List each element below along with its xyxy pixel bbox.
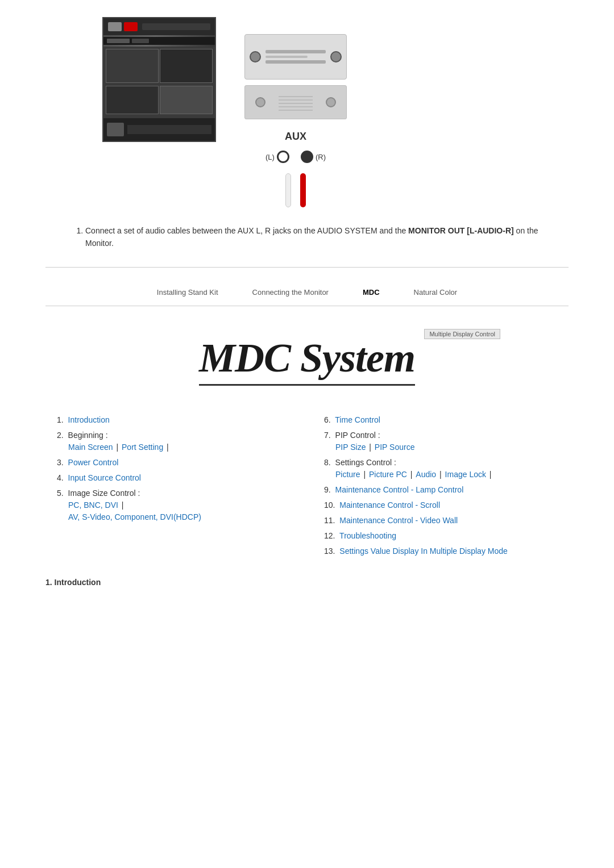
monitor-image	[102, 17, 216, 142]
toc-sub-image-size: PC, BNC, DVI |	[57, 499, 290, 511]
audio-device-secondary	[244, 85, 347, 119]
toc-sub-settings: Picture | Picture PC | Audio | Image Loc…	[324, 469, 557, 481]
toc-item-5: 5. Image Size Control : PC, BNC, DVI | A…	[57, 487, 290, 523]
toc-link-video-wall[interactable]: Maintenance Control - Video Wall	[339, 516, 458, 525]
toc-sep-s3: |	[439, 470, 444, 479]
toc-item-2: 2. Beginning : Main Screen | Port Settin…	[57, 429, 290, 453]
toc-sub-av: AV, S-Video, Component, DVI(HDCP)	[57, 511, 290, 523]
toc-num-6: 6.	[324, 415, 331, 424]
section-divider	[45, 267, 569, 268]
toc-sep-s4: |	[489, 470, 492, 479]
toc-label-pip: PIP Control :	[335, 431, 380, 440]
toc-link-port-setting[interactable]: Port Setting	[122, 443, 163, 452]
tab-mdc[interactable]: MDC	[363, 288, 380, 297]
toc-item-9: 9. Maintenance Control - Lamp Control	[324, 484, 557, 496]
toc-link-pc-bnc-dvi[interactable]: PC, BNC, DVI	[68, 500, 118, 510]
toc-sep-2: |	[167, 443, 169, 452]
jack-right: (R)	[301, 151, 326, 163]
toc-num-12: 12.	[324, 531, 335, 540]
instruction-bold: MONITOR OUT [L-AUDIO-R]	[408, 226, 514, 235]
toc-link-main-screen[interactable]: Main Screen	[68, 443, 113, 452]
audio-cables	[285, 173, 306, 207]
toc-item-3: 3. Power Control	[57, 457, 290, 469]
mdc-logo-area: Multiple Display Control MDC System	[45, 323, 569, 397]
toc-num-2: 2.	[57, 431, 64, 440]
audio-device	[244, 34, 347, 80]
toc-sub-pip: PIP Size | PIP Source	[324, 441, 557, 453]
toc-item-8: 8. Settings Control : Picture | Picture …	[324, 457, 557, 481]
toc-link-audio[interactable]: Audio	[416, 470, 436, 479]
toc-sep-s2: |	[410, 470, 415, 479]
aux-label: AUX	[285, 131, 306, 143]
section1-heading: 1. Introduction	[45, 578, 569, 587]
toc-link-pip-size[interactable]: PIP Size	[335, 443, 366, 452]
audio-knob-right	[330, 51, 342, 62]
toc-num-11: 11.	[324, 516, 335, 525]
toc-left: 1. Introduction 2. Beginning : Main Scre…	[57, 414, 290, 561]
toc-sep-3: |	[122, 500, 124, 510]
toc-num-9: 9.	[324, 485, 331, 494]
toc-link-picture-pc[interactable]: Picture PC	[369, 470, 407, 479]
toc-list-right: 6. Time Control 7. PIP Control : PIP Siz…	[324, 414, 557, 557]
toc-link-lamp-control[interactable]: Maintenance Control - Lamp Control	[335, 485, 464, 494]
cable-red	[300, 173, 306, 207]
toc-label-image-size: Image Size Control :	[68, 489, 140, 498]
toc-item-12: 12. Troubleshooting	[324, 530, 557, 542]
toc-link-picture[interactable]: Picture	[335, 470, 360, 479]
toc-link-pip-source[interactable]: PIP Source	[375, 443, 415, 452]
toc-section: 1. Introduction 2. Beginning : Main Scre…	[45, 414, 569, 561]
toc-sep-s1: |	[363, 470, 368, 479]
toc-item-4: 4. Input Source Control	[57, 472, 290, 484]
toc-link-scroll[interactable]: Maintenance Control - Scroll	[339, 500, 440, 510]
monitor-button	[108, 22, 122, 31]
jack-left: (L)	[265, 151, 289, 163]
toc-link-settings-value[interactable]: Settings Value Display In Multiple Displ…	[339, 546, 507, 556]
instruction-section: Connect a set of audio cables between th…	[45, 224, 569, 250]
toc-num-7: 7.	[324, 431, 331, 440]
toc-num-3: 3.	[57, 458, 64, 467]
toc-sep: |	[116, 443, 121, 452]
jack-l-label: (L)	[265, 153, 275, 161]
toc-link-image-lock[interactable]: Image Lock	[445, 470, 486, 479]
audio-system-image: AUX (L) (R)	[239, 34, 352, 207]
toc-label-beginning: Beginning :	[68, 431, 108, 440]
toc-item-1: 1. Introduction	[57, 414, 290, 426]
tab-natural-color[interactable]: Natural Color	[414, 288, 458, 297]
toc-num-10: 10.	[324, 500, 335, 510]
toc-num-5: 5.	[57, 489, 64, 498]
toc-num-13: 13.	[324, 546, 335, 556]
toc-num-8: 8.	[324, 458, 331, 467]
toc-link-power-control[interactable]: Power Control	[68, 458, 119, 467]
mdc-system-title: MDC System	[199, 335, 415, 386]
aux-jacks: (L) (R)	[265, 151, 326, 163]
toc-link-input-source-control[interactable]: Input Source Control	[68, 473, 141, 482]
top-images-section: AUX (L) (R)	[45, 17, 569, 207]
cable-white	[285, 173, 291, 207]
toc-label-settings: Settings Control :	[335, 458, 396, 467]
toc-item-10: 10. Maintenance Control - Scroll	[324, 499, 557, 511]
toc-num-4: 4.	[57, 473, 64, 482]
toc-link-av-svideo[interactable]: AV, S-Video, Component, DVI(HDCP)	[68, 512, 201, 521]
toc-item-7: 7. PIP Control : PIP Size | PIP Source	[324, 429, 557, 453]
tab-connecting-monitor[interactable]: Connecting the Monitor	[252, 288, 329, 297]
monitor-button-red	[124, 22, 138, 31]
jack-r-label: (R)	[316, 153, 326, 161]
jack-circle-left	[277, 151, 289, 163]
mdc-badge: Multiple Display Control	[424, 329, 500, 339]
toc-item-11: 11. Maintenance Control - Video Wall	[324, 515, 557, 527]
toc-link-time-control[interactable]: Time Control	[335, 415, 380, 424]
toc-list-left: 1. Introduction 2. Beginning : Main Scre…	[57, 414, 290, 523]
toc-item-13: 13. Settings Value Display In Multiple D…	[324, 545, 557, 557]
toc-link-troubleshooting[interactable]: Troubleshooting	[339, 531, 396, 540]
toc-item-6: 6. Time Control	[324, 414, 557, 426]
tab-installing-stand-kit[interactable]: Installing Stand Kit	[157, 288, 218, 297]
nav-tabs: Installing Stand Kit Connecting the Moni…	[45, 279, 569, 306]
jack-circle-right	[301, 151, 313, 163]
audio-knob-left	[250, 51, 261, 62]
toc-link-introduction[interactable]: Introduction	[68, 415, 110, 424]
toc-sub-beginning: Main Screen | Port Setting |	[57, 441, 290, 453]
toc-right: 6. Time Control 7. PIP Control : PIP Siz…	[324, 414, 557, 561]
instruction-item-1: Connect a set of audio cables between th…	[85, 224, 569, 250]
toc-sep-pip: |	[369, 443, 374, 452]
toc-num-1: 1.	[57, 415, 64, 424]
